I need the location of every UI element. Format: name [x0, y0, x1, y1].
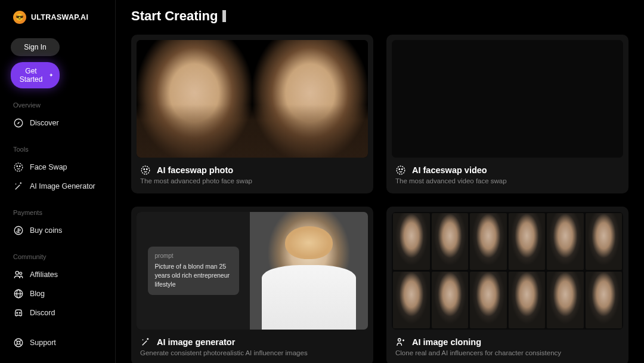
- card-preview: [137, 40, 368, 158]
- svg-point-13: [17, 341, 20, 344]
- face-icon: [395, 165, 406, 176]
- svg-point-12: [14, 339, 23, 347]
- section-tools: Tools: [8, 146, 107, 153]
- nav-discover[interactable]: Discover: [8, 113, 107, 133]
- face-icon: [13, 162, 24, 173]
- globe-icon: [13, 288, 24, 299]
- card-title: AI faceswap photo: [157, 165, 233, 175]
- main-content: Start Creating AI faceswap photo The mos…: [116, 0, 644, 363]
- card-faceswap-photo[interactable]: AI faceswap photo The most advanced phot…: [131, 35, 373, 193]
- svg-point-10: [17, 312, 18, 313]
- svg-point-17: [397, 166, 405, 174]
- card-title: AI image generator: [157, 337, 235, 347]
- svg-point-7: [20, 272, 22, 275]
- support-icon: [13, 337, 24, 348]
- coin-icon: [13, 225, 24, 236]
- svg-point-16: [147, 169, 148, 170]
- card-desc: Generate consistent photorealistic AI in…: [137, 349, 368, 360]
- face-icon: [140, 165, 151, 176]
- card-preview: [392, 40, 623, 158]
- nav-blog[interactable]: Blog: [8, 284, 107, 303]
- logo[interactable]: 😎 ULTRASWAP.AI: [8, 11, 107, 24]
- nav-buycoins[interactable]: Buy coins: [8, 221, 107, 240]
- svg-point-11: [19, 312, 20, 313]
- nav-aigen[interactable]: AI Image Generator: [8, 177, 107, 196]
- sidebar: 😎 ULTRASWAP.AI Sign In Get Started ✦ Ove…: [0, 0, 116, 363]
- card-preview: prompt Picture of a blond man 25 years o…: [137, 212, 368, 330]
- card-image-generator[interactable]: prompt Picture of a blond man 25 years o…: [131, 207, 373, 363]
- section-payments: Payments: [8, 209, 107, 216]
- section-community: Community: [8, 253, 107, 260]
- clone-icon: [395, 337, 406, 347]
- compass-icon: [13, 118, 24, 128]
- svg-point-19: [402, 169, 403, 170]
- svg-point-2: [14, 163, 23, 171]
- card-image-cloning[interactable]: AI image cloning Clone real and AI influ…: [386, 207, 628, 363]
- card-desc: The most advanced photo face swap: [137, 177, 368, 188]
- svg-point-18: [399, 169, 400, 170]
- svg-point-15: [144, 169, 145, 170]
- svg-point-4: [20, 166, 21, 167]
- wand-icon: [13, 181, 24, 192]
- card-title: AI image cloning: [412, 337, 481, 347]
- card-title: AI faceswap video: [412, 165, 487, 175]
- nav-discord[interactable]: Discord: [8, 303, 107, 322]
- card-preview: [392, 212, 623, 330]
- section-overview: Overview: [8, 101, 107, 109]
- svg-point-6: [16, 271, 18, 274]
- wand-icon: [140, 337, 151, 347]
- brand-name: ULTRASWAP.AI: [31, 13, 88, 21]
- prompt-box: prompt Picture of a blond man 25 years o…: [148, 247, 239, 294]
- cards-grid: AI faceswap photo The most advanced phot…: [131, 35, 628, 363]
- svg-point-20: [398, 339, 401, 342]
- svg-marker-1: [17, 122, 20, 125]
- signin-button[interactable]: Sign In: [11, 38, 60, 56]
- discord-icon: [13, 307, 24, 318]
- svg-point-14: [141, 166, 150, 174]
- svg-point-3: [17, 166, 18, 167]
- card-desc: Clone real and AI influencers for charac…: [392, 349, 623, 360]
- page-title: Start Creating: [131, 8, 628, 24]
- card-desc: The most advanced video face swap: [392, 177, 623, 188]
- users-icon: [13, 269, 24, 280]
- cursor-icon: [222, 10, 226, 22]
- sparkle-icon: ✦: [49, 72, 54, 78]
- nav-affiliates[interactable]: Affiliates: [8, 265, 107, 284]
- nav-faceswap[interactable]: Face Swap: [8, 158, 107, 177]
- nav-support[interactable]: Support: [8, 333, 107, 352]
- getstarted-button[interactable]: Get Started ✦: [11, 62, 60, 88]
- card-faceswap-video[interactable]: AI faceswap video The most advanced vide…: [386, 35, 628, 193]
- logo-icon: 😎: [13, 11, 26, 24]
